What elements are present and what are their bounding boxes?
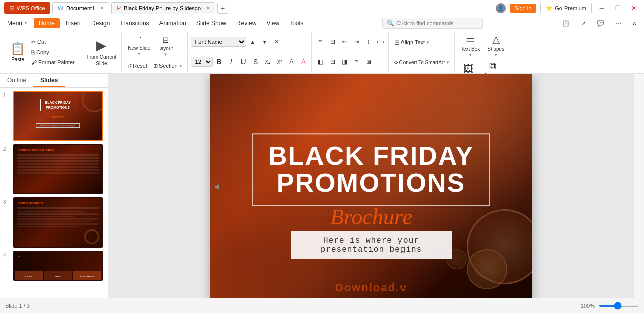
new-slide-button[interactable]: 🗋 New Slide ▼ [125, 34, 153, 58]
line-spacing-button[interactable]: ↕ [363, 36, 374, 47]
font-color-button[interactable]: A [298, 56, 309, 67]
main-area: Outline Slides 1 BLACK FRIDAYPROMOTIONS … [0, 74, 644, 298]
close-button[interactable]: ✕ [628, 2, 640, 14]
align-text-button[interactable]: ⊟ Align Text ▼ [392, 38, 432, 47]
decrease-indent-button[interactable]: ⇤ [339, 36, 350, 47]
cut-button[interactable]: ✂ Cut [29, 38, 77, 46]
comment-icon-btn[interactable]: 💬 [593, 18, 608, 28]
design-tab[interactable]: Design [87, 18, 114, 28]
slide-thumbnail[interactable]: Print Instructions [13, 197, 103, 248]
list-item[interactable]: 1 BLACK FRIDAYPROMOTIONS Brochure Here i… [3, 91, 105, 141]
align-left-button[interactable]: ◧ [315, 56, 326, 67]
reset-section-row: ↺ Reset ⊞ Section ▼ [125, 62, 185, 70]
slides-tab[interactable]: Slides [33, 74, 65, 87]
from-current-slide-button[interactable]: ▶ From Current Slide [82, 32, 122, 72]
slide-subtitle-area: Here is where your presentation begins [291, 231, 452, 259]
font-size-select[interactable]: 12 [191, 57, 213, 67]
slide-thumbnail[interactable]: Contents of this template [13, 144, 103, 194]
numbered-list-button[interactable]: ⊟ [327, 36, 338, 47]
more-paragraph-btn[interactable]: ⋯ [375, 56, 386, 67]
maximize-button[interactable]: ❐ [612, 2, 624, 14]
bullet-list-button[interactable]: ≡ [315, 36, 326, 47]
layout-button[interactable]: ⊟ Layout ▼ [154, 34, 176, 58]
copy-button[interactable]: ⎘ Copy [29, 48, 77, 56]
minimize-button[interactable]: ─ [596, 2, 608, 14]
menu-dropdown-icon: ▼ [24, 21, 28, 25]
list-item[interactable]: 2 Contents of this template [3, 144, 105, 194]
list-item[interactable]: 3 Print Instructions [3, 197, 105, 248]
format-painter-button[interactable]: 🖌 Format Painter [29, 58, 77, 66]
reset-button[interactable]: ↺ Reset [125, 62, 150, 70]
layout-dropdown: ▼ [163, 52, 167, 57]
view-tab[interactable]: View [262, 18, 283, 28]
subscript-button[interactable]: X₂ [262, 56, 273, 67]
increase-font-icon[interactable]: ▲ [247, 36, 258, 47]
panel-collapse-button[interactable]: ◀ [214, 182, 219, 190]
col-button[interactable]: ⊠ [363, 56, 374, 67]
slide-thumbnail[interactable]: BLACK FRIDAYPROMOTIONS Brochure Here is … [13, 91, 103, 141]
animation-label: Animation [159, 20, 186, 27]
font-family-select[interactable]: Font Name [191, 37, 246, 47]
transitions-tab[interactable]: Transitions [116, 18, 153, 28]
superscript-button[interactable]: X² [274, 56, 285, 67]
doc1-close-icon[interactable]: ✕ [100, 5, 104, 11]
slideshow-label: Slide Show [196, 20, 226, 27]
doc1-tab[interactable]: W Document1 ✕ [52, 2, 110, 14]
underline-button[interactable]: U [238, 56, 249, 67]
bottom-bar: Slide 1 / 3 100% [0, 298, 644, 313]
paste-button[interactable]: 📋 Paste [7, 40, 28, 64]
clipboard-icon-btn[interactable]: 📋 [558, 18, 574, 28]
home-tab[interactable]: Home [34, 18, 60, 28]
clear-font-icon[interactable]: ✕ [271, 36, 282, 47]
tools-tab[interactable]: Tools [285, 18, 307, 28]
bold-button[interactable]: B [214, 56, 225, 67]
search-bar[interactable]: 🔍 [382, 18, 483, 29]
list-item[interactable]: 4 ● ABOUT SALES PURCHASING [3, 251, 105, 281]
star-icon: ⭐ [546, 5, 553, 11]
text-box-icon: ▭ [466, 33, 475, 45]
more-options-btn[interactable]: ⋯ [611, 18, 625, 28]
clear-formatting-button[interactable]: A [286, 56, 297, 67]
slide-thumbnail[interactable]: ● ABOUT SALES PURCHASING [13, 251, 103, 281]
strikethrough-button[interactable]: S [250, 56, 261, 67]
new-slide-icon: 🗋 [135, 35, 143, 44]
collapse-ribbon-btn[interactable]: ∧ [628, 18, 641, 28]
signin-button[interactable]: Sign in [510, 4, 537, 13]
pptx-label: Black Friday Pr...re by Slidesgo [124, 5, 201, 11]
doc-icon: W [58, 5, 63, 12]
align-right-button[interactable]: ◨ [339, 56, 350, 67]
section-button[interactable]: ⊞ Section ▼ [151, 62, 185, 70]
share-icon-btn[interactable]: ↗ [577, 18, 590, 28]
animation-tab[interactable]: Animation [155, 18, 190, 28]
review-tab[interactable]: Review [232, 18, 260, 28]
slideshow-tab[interactable]: Slide Show [192, 18, 230, 28]
slide-title-line2: PROMOTIONS [268, 169, 474, 197]
reset-icon: ↺ [127, 63, 132, 69]
new-tab-button[interactable]: + [217, 3, 228, 14]
pptx-tab[interactable]: P Black Friday Pr...re by Slidesgo ✕ [111, 2, 215, 14]
slide-sub-label: Slide [96, 61, 107, 66]
copy-label: Copy [36, 49, 49, 55]
search-input[interactable] [396, 20, 478, 26]
title-bar-left: ⊞ WPS Office W Document1 ✕ P Black Frida… [4, 2, 228, 14]
shapes-button[interactable]: △ Shapes ▼ [484, 32, 507, 59]
wps-office-tab[interactable]: ⊞ WPS Office [4, 2, 50, 14]
pptx-close-icon[interactable]: ✕ [206, 5, 210, 11]
text-box-button[interactable]: ▭ Text Box ▼ [458, 32, 483, 59]
insert-tab[interactable]: Insert [62, 18, 85, 28]
align-center-button[interactable]: ⊟ [327, 56, 338, 67]
outline-tab[interactable]: Outline [0, 74, 33, 87]
section-dropdown: ▼ [179, 64, 183, 68]
zoom-level: 100% [581, 303, 595, 309]
cut-icon: ✂ [31, 39, 36, 45]
increase-indent-button[interactable]: ⇥ [351, 36, 362, 47]
text-direction-button[interactable]: ⟷ [375, 36, 386, 47]
user-avatar: 👤 [496, 3, 506, 13]
justify-button[interactable]: ≡ [351, 56, 362, 67]
menu-button[interactable]: Menu ▼ [3, 18, 32, 28]
zoom-slider[interactable] [599, 305, 639, 307]
premium-button[interactable]: ⭐ Go Premium [540, 3, 592, 13]
italic-button[interactable]: I [226, 56, 237, 67]
convert-smartart-button[interactable]: ⟳ Convert To SmartArt ▼ [392, 59, 452, 66]
decrease-font-icon[interactable]: ▼ [259, 36, 270, 47]
